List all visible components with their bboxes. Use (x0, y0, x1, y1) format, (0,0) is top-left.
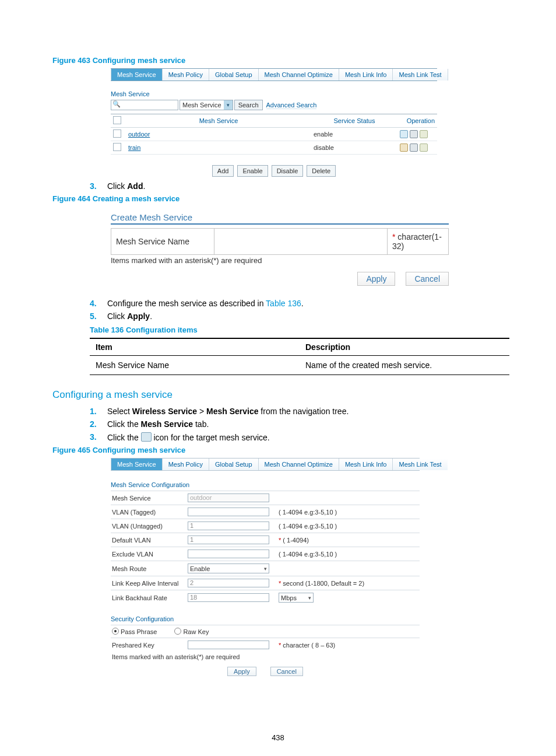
mesh-service-name-input[interactable] (219, 236, 382, 247)
link-backhaul-rate-input[interactable]: 18 (188, 593, 269, 602)
step-1: 1. Select Wireless Service > Mesh Servic… (90, 407, 504, 416)
table-136-caption: Table 136 Configuration items (90, 326, 504, 334)
apply-button[interactable]: Apply (357, 272, 395, 286)
link-keep-alive-input[interactable]: 2 (188, 579, 269, 587)
search-button[interactable]: Search (234, 100, 263, 110)
label-vlan-untagged: VLAN (Untagged) (112, 523, 188, 530)
table-row: train disable (111, 141, 437, 155)
step-4-suffix: . (301, 299, 304, 308)
security-configuration-label: Security Configuration (111, 615, 420, 622)
row-status: disable (311, 141, 397, 155)
delete-icon[interactable] (410, 144, 418, 152)
row-name-link[interactable]: train (128, 144, 140, 151)
edit-icon[interactable] (400, 130, 408, 138)
step-2b-bold: Mesh Service (141, 419, 193, 429)
checkbox-row[interactable] (113, 130, 121, 138)
vlan-untagged-input[interactable]: 1 (188, 522, 269, 530)
chevron-down-icon: ▾ (308, 595, 311, 601)
tab-mesh-link-info[interactable]: Mesh Link Info (339, 69, 393, 80)
tab-global-setup[interactable]: Global Setup (209, 459, 258, 470)
checkbox-row[interactable] (113, 143, 121, 151)
search-field-dropdown[interactable]: Mesh Service ▾ (180, 100, 233, 110)
row-link-keep-alive: Link Keep Alive Interval 2 * second (1-1… (111, 576, 420, 590)
hint-default-vlan: ( 1-4094) (283, 537, 309, 544)
cancel-button[interactable]: Cancel (406, 272, 449, 286)
hint-exclude-vlan: ( 1-4094 e.g:3-5,10 ) (279, 551, 337, 558)
label-default-vlan: Default VLAN (112, 537, 188, 544)
step-2b-prefix: Click the (107, 419, 141, 429)
row-default-vlan: Default VLAN 1 * ( 1-4094) (111, 533, 420, 547)
row-mesh-service: Mesh Service outdoor (111, 491, 420, 505)
tab-mesh-service[interactable]: Mesh Service (111, 69, 162, 80)
step-1-bold2: Mesh Service (206, 407, 259, 416)
step-3b-suffix: icon for the target mesh service. (152, 433, 270, 442)
default-vlan-input[interactable]: 1 (188, 536, 269, 544)
step-3-text-prefix: Click (107, 181, 127, 191)
tab-mesh-link-info[interactable]: Mesh Link Info (339, 459, 393, 470)
add-button[interactable]: Add (212, 165, 234, 177)
advanced-search-link[interactable]: Advanced Search (266, 102, 317, 109)
label-preshared-key: Preshared Key (112, 642, 188, 649)
table-136-cell-item: Mesh Service Name (90, 356, 300, 375)
step-3b: 3. Click the icon for the target mesh se… (90, 432, 504, 442)
search-input[interactable]: 🔍 (111, 100, 178, 110)
search-field-value: Mesh Service (180, 102, 224, 108)
row-name-link[interactable]: outdoor (128, 131, 150, 138)
step-4-link[interactable]: Table 136 (266, 299, 301, 308)
configure-icon (141, 432, 152, 442)
label-exclude-vlan: Exclude VLAN (112, 551, 188, 558)
tab-mesh-channel-optimize[interactable]: Mesh Channel Optimize (258, 459, 339, 470)
tab-mesh-channel-optimize[interactable]: Mesh Channel Optimize (258, 69, 339, 80)
required-star: * (279, 537, 281, 544)
preshared-key-input[interactable] (188, 640, 269, 649)
figure-464-panel: Create Mesh Service Mesh Service Name * … (111, 212, 449, 286)
label-link-keep-alive: Link Keep Alive Interval (112, 580, 188, 587)
cancel-button[interactable]: Cancel (270, 667, 303, 676)
tab-global-setup[interactable]: Global Setup (209, 69, 258, 80)
label-link-backhaul-rate: Link Backhaul Rate (112, 594, 188, 601)
hint-vlan-untagged: ( 1-4094 e.g:3-5,10 ) (279, 523, 337, 530)
checkbox-all[interactable] (113, 116, 121, 124)
enable-button[interactable]: Enable (237, 165, 268, 177)
table-136-header-description: Description (300, 338, 509, 356)
link-backhaul-unit-select[interactable]: Mbps ▾ (279, 593, 314, 603)
table-136-header-item: Item (90, 338, 300, 356)
step-2b-suffix: tab. (193, 419, 209, 429)
figure-463-panel: Mesh Service Mesh Policy Global Setup Me… (111, 68, 437, 177)
required-star: * (279, 580, 281, 587)
row-status: enable (311, 128, 397, 141)
col-service-status: Service Status (311, 114, 397, 128)
tab-mesh-service[interactable]: Mesh Service (111, 459, 162, 470)
radio-pass-phrase[interactable] (112, 628, 119, 635)
edit-locked-icon[interactable] (400, 144, 408, 152)
tab-mesh-link-test[interactable]: Mesh Link Test (392, 459, 447, 470)
link-icon[interactable] (420, 130, 428, 138)
link-icon[interactable] (420, 144, 428, 152)
label-mesh-route: Mesh Route (112, 565, 188, 572)
mesh-route-value: Enable (190, 565, 210, 572)
exclude-vlan-input[interactable] (188, 550, 269, 558)
col-operation: Operation (397, 114, 437, 128)
chevron-down-icon: ▾ (264, 566, 267, 572)
mesh-service-field: outdoor (188, 494, 269, 502)
delete-button[interactable]: Delete (307, 165, 336, 177)
radio-pass-phrase-label: Pass Phrase (121, 628, 157, 635)
table-row: outdoor enable (111, 128, 437, 141)
tab-mesh-policy[interactable]: Mesh Policy (162, 69, 209, 80)
row-preshared-key: Preshared Key * character ( 8 – 63) (111, 638, 420, 652)
col-mesh-service: Mesh Service (126, 114, 311, 128)
page-number: 438 (0, 733, 556, 742)
tab-mesh-link-test[interactable]: Mesh Link Test (392, 69, 447, 80)
fig463-tabbar: Mesh Service Mesh Policy Global Setup Me… (111, 68, 437, 81)
radio-raw-key[interactable] (174, 628, 181, 635)
step-1-prefix: Select (107, 407, 132, 416)
mesh-route-select[interactable]: Enable ▾ (188, 564, 269, 573)
step-1-suffix: from the navigation tree. (258, 407, 349, 416)
vlan-tagged-input[interactable] (188, 508, 269, 516)
apply-button[interactable]: Apply (227, 667, 256, 676)
disable-button[interactable]: Disable (272, 165, 304, 177)
delete-icon[interactable] (410, 130, 418, 138)
hint-vlan-tagged: ( 1-4094 e.g:3-5,10 ) (279, 509, 337, 516)
tab-mesh-policy[interactable]: Mesh Policy (162, 459, 209, 470)
fig463-sublabel: Mesh Service (111, 90, 437, 97)
